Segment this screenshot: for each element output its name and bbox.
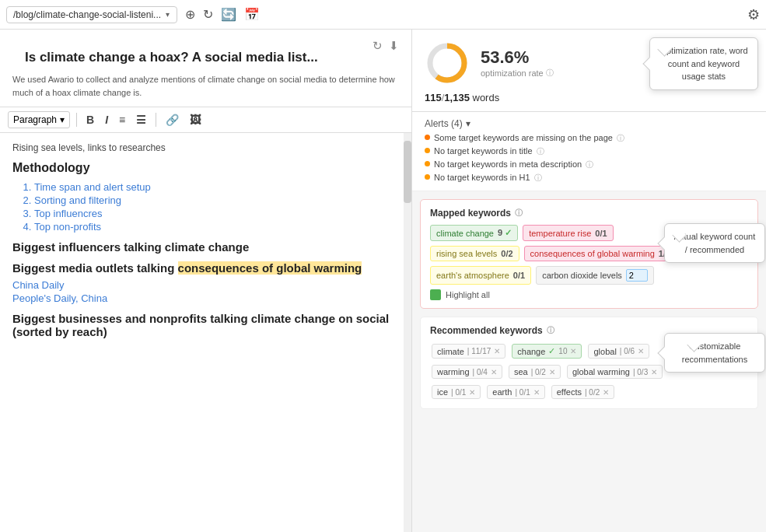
italic-button[interactable]: I <box>102 112 111 128</box>
influencers-heading: Biggest influencers talking climate chan… <box>12 240 396 254</box>
list-item: Top non-profits <box>34 221 396 233</box>
rec-kw-tag[interactable]: sea | 0/2 ✕ <box>509 365 561 379</box>
alerts-section: Alerts (4) ▾ Some target keywords are mi… <box>412 112 766 191</box>
list-item: Sorting and filtering <box>34 194 396 206</box>
url-text: /blog/climate-change-social-listeni... <box>13 9 161 20</box>
alert-item: No target keywords in meta description ⓘ <box>425 159 754 170</box>
scrollbar-track[interactable] <box>404 133 411 532</box>
plus-circle-icon[interactable]: ⊕ <box>185 7 195 22</box>
info-icon[interactable]: ⓘ <box>617 133 624 144</box>
keyword-tag[interactable]: carbon dioxide levels <box>536 266 654 285</box>
businesses-heading: Biggest businesses and nonprofits talkin… <box>12 312 396 338</box>
calendar-icon[interactable]: 📅 <box>244 7 260 22</box>
editor-toolbar: Paragraph ▾ B I ≡ ☰ 🔗 🖼 <box>0 107 411 133</box>
stats-section: 53.6% optimization rate ⓘ 115/1,135 word… <box>412 30 766 112</box>
highlight-icon <box>430 289 441 300</box>
close-icon[interactable]: ✕ <box>549 368 555 376</box>
close-icon[interactable]: ✕ <box>651 368 657 376</box>
article-title-icons: ↻ ⬇ <box>373 39 399 53</box>
highlight-all-row[interactable]: Highlight all <box>430 289 748 300</box>
alert-dot-orange <box>425 161 430 166</box>
rec-kw-tag[interactable]: ice | 0/1 ✕ <box>432 385 481 399</box>
tooltip-keyword-count: Actual keyword count / recommended <box>664 223 765 263</box>
keyword-tag[interactable]: temperature rise 0/1 <box>523 225 613 241</box>
recommended-keywords-section: Recommended keywords ⓘ climate | 11/17 ✕… <box>420 317 758 409</box>
clock-refresh-icon[interactable]: 🔄 <box>221 7 236 22</box>
toolbar-separator-2 <box>156 113 156 127</box>
alert-dot-orange <box>425 174 430 180</box>
rec-kw-tag[interactable]: effects | 0/2 ✕ <box>551 385 615 399</box>
close-icon[interactable]: ✕ <box>570 347 576 355</box>
article-subtitle: We used Awario to collect and analyze me… <box>0 72 411 107</box>
chevron-down-icon: ▾ <box>166 10 170 19</box>
main-layout: Is climate change a hoax? A social media… <box>0 30 766 532</box>
tooltip-optimization: Optimization rate, word count and keywor… <box>649 37 758 90</box>
info-icon[interactable]: ⓘ <box>547 325 554 336</box>
paragraph-select[interactable]: Paragraph ▾ <box>8 111 70 128</box>
info-icon[interactable]: ⓘ <box>546 68 554 79</box>
close-icon[interactable]: ✕ <box>469 388 475 397</box>
tooltip-customizable: Customizable recommentations <box>664 333 765 373</box>
list-item: Top influencres <box>34 208 396 219</box>
info-icon[interactable]: ⓘ <box>515 208 523 219</box>
chevron-down-icon: ▾ <box>466 118 470 129</box>
optimization-label: optimization rate ⓘ <box>481 68 554 79</box>
right-panel: 53.6% optimization rate ⓘ 115/1,135 word… <box>412 30 766 532</box>
rec-kw-tag[interactable]: earth | 0/1 ✕ <box>487 385 544 399</box>
methodology-heading: Methodology <box>12 161 396 175</box>
list-item: Time span and alert setup <box>34 181 396 193</box>
info-icon[interactable]: ⓘ <box>537 146 544 157</box>
info-icon[interactable]: ⓘ <box>534 173 542 184</box>
peoples-daily-link[interactable]: People's Daily, China <box>12 292 396 304</box>
url-bar[interactable]: /blog/climate-change-social-listeni... ▾ <box>6 6 177 23</box>
refresh-icon[interactable]: ↻ <box>203 7 213 22</box>
editor-intro-text: Rising sea levels, links to researches <box>12 142 396 153</box>
image-button[interactable]: 🖼 <box>187 112 204 128</box>
left-panel: Is climate change a hoax? A social media… <box>0 30 412 532</box>
link-button[interactable]: 🔗 <box>163 112 182 128</box>
alert-item: Some target keywords are missing on the … <box>425 133 754 144</box>
mapped-keywords-title: Mapped keywords ⓘ <box>430 208 748 219</box>
article-title: Is climate change a hoax? A social media… <box>12 39 331 68</box>
editor-content: Rising sea levels, links to researches M… <box>0 133 411 352</box>
unordered-list-button[interactable]: ☰ <box>133 112 149 128</box>
word-count: 115/1,135 words <box>425 92 754 103</box>
mapped-keywords-section: Mapped keywords ⓘ climate change 9 ✓ tem… <box>420 199 758 309</box>
keyword-count-input[interactable] <box>626 269 648 282</box>
ordered-list-button[interactable]: ≡ <box>116 112 128 128</box>
keyword-tag[interactable]: consequences of global warming 1/3 <box>524 246 677 261</box>
top-bar-right: ⚙ <box>747 6 760 23</box>
close-icon[interactable]: ✕ <box>638 347 644 355</box>
rec-kw-tag[interactable]: global | 0/6 ✕ <box>588 344 649 359</box>
info-icon[interactable]: ⓘ <box>586 159 593 170</box>
alert-item: No target keywords in title ⓘ <box>425 146 754 157</box>
methodology-list: Time span and alert setup Sorting and fi… <box>12 181 396 233</box>
keyword-tag[interactable]: rising sea levels 0/2 <box>430 246 519 261</box>
toolbar-separator <box>76 113 77 127</box>
rec-kw-tag[interactable]: warming | 0/4 ✕ <box>432 365 502 379</box>
alert-item: No target keywords in H1 ⓘ <box>425 173 754 184</box>
keyword-tag[interactable]: earth's atmosphere 0/1 <box>430 266 531 285</box>
scrollbar-thumb[interactable] <box>404 141 411 203</box>
highlighted-text: consequences of global warming <box>178 261 362 275</box>
rec-kw-tag[interactable]: climate | 11/17 ✕ <box>432 344 505 359</box>
alert-dot <box>425 135 430 140</box>
reload-icon[interactable]: ↻ <box>373 39 383 53</box>
gear-icon[interactable]: ⚙ <box>747 7 760 23</box>
close-icon[interactable]: ✕ <box>533 388 540 397</box>
alerts-header[interactable]: Alerts (4) ▾ <box>425 118 754 129</box>
donut-chart <box>425 40 470 86</box>
rec-kw-tag[interactable]: change ✓ 10 ✕ <box>512 344 582 359</box>
china-daily-link[interactable]: China Daily <box>12 279 396 291</box>
close-icon[interactable]: ✕ <box>603 388 609 397</box>
close-icon[interactable]: ✕ <box>494 347 500 355</box>
download-icon[interactable]: ⬇ <box>389 39 399 53</box>
alert-dot-orange <box>425 148 430 153</box>
close-icon[interactable]: ✕ <box>491 368 497 376</box>
keyword-tag[interactable]: climate change 9 ✓ <box>430 225 518 241</box>
rec-kw-tag[interactable]: global warming | 0/3 ✕ <box>567 365 663 379</box>
media-outlets-heading: Biggest media outlets talking consequenc… <box>12 261 396 275</box>
bold-button[interactable]: B <box>83 112 97 128</box>
keyword-row-3: earth's atmosphere 0/1 carbon dioxide le… <box>430 266 748 285</box>
optimization-rate-value: 53.6% <box>481 47 554 68</box>
